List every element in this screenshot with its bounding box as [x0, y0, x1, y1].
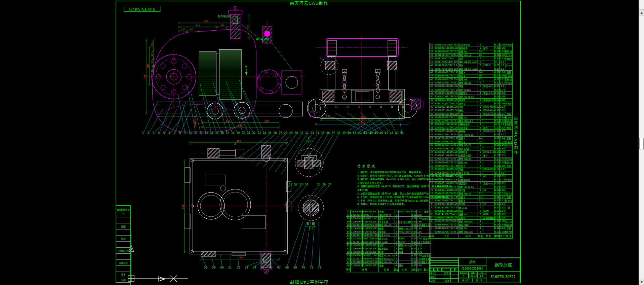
table-cell: 0.11: [500, 112, 505, 116]
table-row: 289201105460011GB/T93-1987垫圈 5240.010.24…: [430, 137, 513, 140]
table-cell: 玻璃视镜: [505, 123, 513, 126]
table-cell: 62: [346, 244, 351, 247]
table-cell: 24: [478, 137, 483, 140]
table-cell: 0.01: [494, 140, 500, 143]
table-cell: 0.12: [500, 178, 505, 182]
table-cell: 2: [394, 240, 399, 244]
detail-i-letter: I: [320, 57, 321, 60]
table-cell: [505, 67, 513, 71]
table-cell: 9201010202301: [351, 260, 363, 264]
table-row: 3901060302021015160TSL30F-21-14输油管1紫铜管Φ6…: [430, 99, 513, 102]
table-cell: 9201091041033: [434, 195, 445, 199]
table-cell: 0.2: [500, 67, 505, 71]
table-cell: 4: [478, 109, 483, 112]
table-cell: GB/T5783-2000: [445, 230, 458, 234]
table-cell: 0.01: [494, 144, 500, 147]
table-row: 2301060302020715160TSL30F-21-8油管接头组件1组件3…: [430, 154, 513, 157]
table-cell: 6: [478, 81, 483, 84]
table-cell: 5070TSL30L.15-5: [363, 210, 379, 213]
table-cell: 60: [346, 250, 351, 254]
stage-mark: A: [458, 274, 469, 278]
table-cell: 0106030292301: [351, 220, 363, 223]
table-cell: 9601031010018: [434, 64, 445, 67]
dim-text: 790: [204, 20, 208, 23]
table-cell: 1: [478, 95, 483, 98]
table-cell: 40: [430, 95, 434, 98]
table-cell: QT02-55/45: [483, 130, 494, 133]
scroll-down-button[interactable]: ▼: [639, 279, 644, 285]
table-row: 639301011030331GB/T1096-1986键 6x40265Mn0…: [346, 240, 431, 244]
table-cell: [483, 71, 494, 74]
table-cell: GB/T5783-2000: [445, 54, 458, 57]
table-cell: 键 6x40: [379, 240, 394, 244]
table-cell: 9500656002021: [351, 254, 363, 257]
table-cell: Q/HG01.1 M12x1.5: [363, 217, 379, 220]
table-cell: [505, 46, 513, 50]
title-block-cell: [430, 265, 458, 268]
table-cell: [483, 133, 494, 137]
table-cell: [483, 50, 494, 54]
scroll-up-button[interactable]: ▲: [639, 9, 644, 15]
table-cell: 0.04: [411, 237, 417, 240]
table-row: 719309201040011JB982-77油标视镜 1260.010.06: [346, 213, 431, 217]
table-cell: 垫圈 140HV: [505, 116, 513, 119]
table-cell: 0.01: [411, 217, 417, 220]
table-row: 129201011203121GB/T5783-2000螺栓 M6x16120.…: [430, 192, 513, 195]
table-cell: 69: [346, 220, 351, 223]
table-cell: 30: [430, 130, 434, 133]
tech-line: 密封可靠；: [357, 188, 430, 192]
rev-header-cell: 年月日: [454, 268, 458, 271]
table-cell: 垫圈: [505, 71, 513, 74]
table-cell: 耐油橡胶板: [483, 216, 494, 220]
table-cell: 47: [430, 71, 434, 74]
table-cell: [483, 81, 494, 84]
table-cell: [505, 133, 513, 137]
table-cell: 0.11: [494, 112, 500, 116]
cad-canvas[interactable]: 由天河云CAD制作 由天河云CAD制作 由天河云CAD制作 5160TSL30F…: [0, 0, 644, 285]
dim-text: 150: [151, 43, 153, 47]
table-cell: [483, 206, 494, 209]
margin-cell: 签字: [116, 272, 131, 277]
table-cell: 9201031402011: [434, 74, 445, 78]
table-cell: 4: [478, 126, 483, 130]
callout-23: 23: [257, 132, 261, 135]
table-row: 901060302021715160TSL30F-21-20定位销2450.02…: [430, 203, 513, 206]
table-cell: 螺塞 M12x1.5: [379, 217, 394, 220]
table-cell: 0.06: [494, 175, 500, 178]
callout-64: 64: [253, 266, 256, 269]
table-cell: B-5/未注铸件: [399, 220, 411, 223]
table-cell: GB/T93-1987: [445, 137, 458, 140]
table-cell: 7.26: [500, 46, 505, 50]
dim-text: 85: [246, 25, 249, 28]
table-cell: 64: [346, 237, 351, 240]
table-cell: 9201011202541: [434, 220, 445, 223]
table-cell: 17: [430, 175, 434, 178]
table-cell: [483, 57, 494, 60]
table-cell: [483, 227, 494, 230]
table-cell: 螺栓 8.8级: [505, 54, 513, 57]
table-cell: [483, 43, 494, 46]
table-cell: 5160TSL30F-21-15: [445, 92, 458, 95]
table-cell: [422, 234, 431, 237]
table-cell: 0.3: [494, 123, 500, 126]
table-cell: 23: [430, 154, 434, 157]
table-cell: 0.01: [411, 260, 417, 264]
table-cell: 组件: [399, 247, 411, 250]
table-cell: 0.01: [411, 223, 417, 227]
table-cell: QT02-118/45: [483, 150, 494, 154]
table-cell: 6: [394, 217, 399, 220]
table-cell: 5160TSL30F-21-9: [445, 46, 458, 50]
scroll-thumb[interactable]: [639, 138, 644, 149]
table-row: 1901060302021315160TSL30F-21-6端盖2HT02-15…: [430, 168, 513, 171]
table-cell: [399, 257, 411, 260]
table-cell: 0106030292221: [351, 264, 363, 267]
table-cell: 59: [346, 254, 351, 257]
table-cell: 5160TSL30F-21-6: [445, 168, 458, 171]
callout-55: 55: [317, 183, 320, 186]
callout-17: 17: [226, 132, 229, 135]
table-cell: 53: [430, 50, 434, 54]
table-cell: 0.3: [500, 168, 505, 171]
scrollbar-track[interactable]: ▲ ▼: [639, 0, 644, 285]
table-row: 229201011203111GB/T5783-2000螺栓 M8x2580.0…: [430, 157, 513, 161]
table-cell: 0.2: [500, 60, 505, 64]
